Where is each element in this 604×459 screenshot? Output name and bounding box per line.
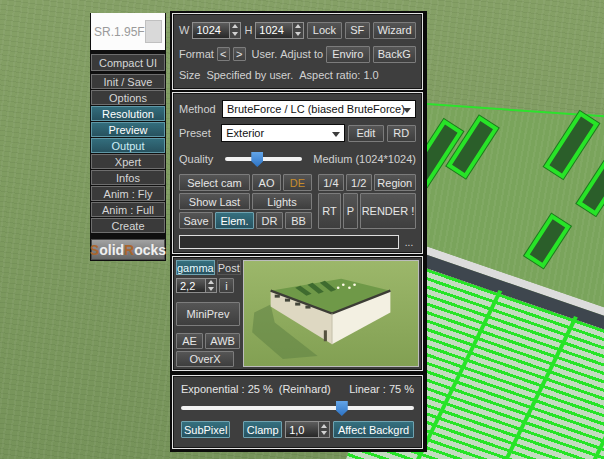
color-swatch-button[interactable] <box>145 20 162 43</box>
de-button[interactable]: DE <box>283 174 312 191</box>
sidebar-item-compact-ui[interactable]: Compact UI <box>91 54 165 71</box>
format-next-button[interactable]: > <box>233 47 246 61</box>
linear-label: Linear : 75 % <box>349 383 414 395</box>
dr-button[interactable]: DR <box>256 212 283 229</box>
miniprev-button[interactable]: MiniPrev <box>176 302 240 326</box>
tone-panel: Exponential : 25 % (Reinhard) Linear : 7… <box>172 375 423 449</box>
lights-button[interactable]: Lights <box>252 193 312 210</box>
render-preview-image <box>243 260 419 367</box>
width-label: W <box>179 24 189 36</box>
sidebar-item-output[interactable]: Output <box>91 138 165 153</box>
logo-part: S <box>90 242 99 258</box>
region-button[interactable]: Region <box>374 174 416 191</box>
gamma-spin-arrows[interactable] <box>206 278 217 293</box>
subpixel-button[interactable]: SubPixel <box>181 421 230 438</box>
half-res-button[interactable]: 1/2 <box>346 174 372 191</box>
enviro-button[interactable]: Enviro <box>326 46 369 63</box>
show-last-button[interactable]: Show Last <box>179 193 250 210</box>
overx-button[interactable]: OverX <box>176 351 234 367</box>
tone-mix-slider[interactable] <box>181 406 414 410</box>
quality-slider[interactable] <box>225 157 303 161</box>
width-value[interactable]: 1024 <box>192 22 230 39</box>
ao-button[interactable]: AO <box>252 174 281 191</box>
tab-post[interactable]: Post <box>217 260 241 275</box>
gamma-value[interactable]: 2,2 <box>176 278 206 293</box>
resolution-panel: W 1024 H 1024 Lock SF Wizard Format < > … <box>172 13 423 90</box>
wizard-button[interactable]: Wizard <box>373 22 416 39</box>
aspect-ratio-value: Aspect ratio: 1.0 <box>299 69 379 81</box>
sidebar-item-resolution[interactable]: Resolution <box>91 106 165 121</box>
size-value: Specified by user. <box>206 69 293 81</box>
exponential-label: Exponential : 25 % <box>181 383 273 395</box>
preview-building-illustration <box>244 261 418 366</box>
clamp-spinner: 1,0 <box>285 421 330 438</box>
p-button[interactable]: P <box>343 193 358 229</box>
affect-backgrd-button[interactable]: Affect Backgrd <box>333 421 414 438</box>
logo-part: ocks <box>134 242 166 258</box>
tab-gamma[interactable]: gamma <box>176 260 215 275</box>
quality-resolution: (1024*1024) <box>355 153 416 165</box>
sf-button[interactable]: SF <box>345 22 370 39</box>
height-label: H <box>244 24 252 36</box>
tone-mix-slider-handle[interactable] <box>336 401 348 416</box>
clamp-spin-arrows[interactable] <box>319 421 330 438</box>
elem-button[interactable]: Elem. <box>215 212 254 229</box>
output-path-input[interactable] <box>179 235 399 249</box>
info-button[interactable]: i <box>219 278 234 293</box>
quality-label: Quality <box>179 153 222 165</box>
logo-part: olid <box>99 242 124 258</box>
render-button[interactable]: RENDER ! <box>360 193 416 229</box>
sidebar-item-anim-fly[interactable]: Anim : Fly <box>91 186 165 201</box>
solidrocks-logo: SolidRocks <box>91 239 165 260</box>
ae-button[interactable]: AE <box>176 333 203 349</box>
width-spinner: 1024 <box>192 22 241 39</box>
adjust-to-label: Adjust to <box>280 48 323 60</box>
sidebar-item-options[interactable]: Options <box>91 90 165 105</box>
logo-part: R <box>124 242 134 258</box>
sidebar-item-preview[interactable]: Preview <box>91 122 165 137</box>
height-spin-arrows[interactable] <box>293 22 304 39</box>
size-label: Size <box>179 69 200 81</box>
sidebar-title-bar: SR.1.95F <box>91 13 165 50</box>
rt-button[interactable]: RT <box>318 193 341 229</box>
solidrocks-main-panels: W 1024 H 1024 Lock SF Wizard Format < > … <box>170 11 427 452</box>
quarter-res-button[interactable]: 1/4 <box>318 174 344 191</box>
height-spinner: 1024 <box>255 22 304 39</box>
width-spin-arrows[interactable] <box>230 22 241 39</box>
preset-dropdown[interactable]: Exterior <box>221 124 345 142</box>
method-dropdown[interactable]: BruteForce / LC (biased BruteForce) <box>222 100 416 118</box>
save-button[interactable]: Save <box>179 212 213 229</box>
quality-slider-handle[interactable] <box>251 152 263 167</box>
browse-button[interactable]: ... <box>402 236 416 248</box>
format-value: User. <box>252 48 278 60</box>
rd-button[interactable]: RD <box>387 125 416 142</box>
sidebar-item-anim-full[interactable]: Anim : Full <box>91 202 165 217</box>
sidebar-item-init-save[interactable]: Init / Save <box>91 74 165 89</box>
render-panel: Method BruteForce / LC (biased BruteForc… <box>172 92 423 254</box>
format-label: Format <box>179 48 214 60</box>
sidebar-item-create[interactable]: Create <box>91 218 165 233</box>
height-value[interactable]: 1024 <box>255 22 293 39</box>
sidebar-item-infos[interactable]: Infos <box>91 170 165 185</box>
version-label: SR.1.95F <box>94 25 145 39</box>
backg-button[interactable]: BackG <box>373 46 416 63</box>
reinhard-note: (Reinhard) <box>279 383 331 395</box>
awb-button[interactable]: AWB <box>205 333 240 349</box>
preset-label: Preset <box>179 127 218 139</box>
select-cam-button[interactable]: Select cam <box>179 174 250 191</box>
sidebar-item-xpert[interactable]: Xpert <box>91 154 165 169</box>
quality-value: Medium <box>313 153 352 165</box>
bb-button[interactable]: BB <box>285 212 312 229</box>
edit-button[interactable]: Edit <box>348 125 383 142</box>
clamp-button[interactable]: Clamp <box>243 421 282 438</box>
clamp-value[interactable]: 1,0 <box>285 421 319 438</box>
solidrocks-sidebar: SR.1.95F Compact UI Init / Save Options … <box>90 13 166 261</box>
post-panel: gamma Post 2,2 i MiniPrev AE AWB OverX <box>172 256 423 371</box>
method-label: Method <box>179 103 219 115</box>
format-prev-button[interactable]: < <box>217 47 230 61</box>
lock-button[interactable]: Lock <box>307 22 341 39</box>
gamma-spinner: 2,2 <box>176 278 217 293</box>
